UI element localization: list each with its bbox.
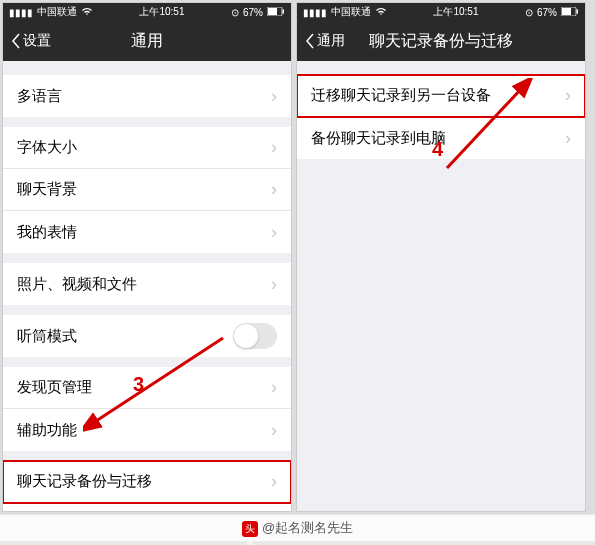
list-item[interactable]: 辅助功能› [3,409,291,451]
settings-list[interactable]: 迁移聊天记录到另一台设备›备份聊天记录到电脑› [297,61,585,511]
screenshot-right: ▮▮▮▮ 中国联通 上午10:51 ⊙ 67% 通用 聊天记录备份与迁移 [296,2,586,512]
status-bar: ▮▮▮▮ 中国联通 上午10:51 ⊙ 67% [3,3,291,21]
list-item[interactable]: 迁移聊天记录到另一台设备› [297,75,585,117]
settings-list[interactable]: 多语言›字体大小›聊天背景›我的表情›照片、视频和文件›听筒模式发现页管理›辅助… [3,61,291,511]
signal-icon: ▮▮▮▮ [303,7,327,18]
status-time: 上午10:51 [433,5,478,19]
list-item[interactable]: 听筒模式 [3,315,291,357]
chevron-left-icon [305,33,315,49]
watermark: 头条@起名测名先生 [0,515,595,541]
wifi-icon [81,6,93,18]
list-item[interactable]: 多语言› [3,75,291,117]
row-label: 聊天记录备份与迁移 [17,472,152,491]
status-time: 上午10:51 [139,5,184,19]
toutiao-icon: 头条 [242,521,258,537]
chevron-right-icon: › [271,420,277,441]
nav-bar: 设置 通用 [3,21,291,61]
row-label: 备份聊天记录到电脑 [311,129,446,148]
status-bar: ▮▮▮▮ 中国联通 上午10:51 ⊙ 67% [297,3,585,21]
toggle-switch[interactable] [233,323,277,349]
row-label: 迁移聊天记录到另一台设备 [311,86,491,105]
row-label: 我的表情 [17,223,77,242]
chevron-right-icon: › [271,471,277,492]
svg-rect-2 [282,9,284,13]
chevron-left-icon [11,33,21,49]
list-item[interactable]: 我的表情› [3,211,291,253]
list-item[interactable]: 照片、视频和文件› [3,263,291,305]
battery-icon [267,7,285,18]
list-item[interactable]: 聊天记录备份与迁移› [3,461,291,503]
carrier: 中国联通 [331,5,371,19]
battery-pct: 67% [243,7,263,18]
list-item[interactable]: 存储空间› [3,503,291,511]
annotation-number: 4 [432,138,443,161]
list-item[interactable]: 字体大小› [3,127,291,169]
svg-rect-1 [268,8,277,15]
back-label: 设置 [23,32,51,50]
page-title: 通用 [131,31,163,52]
row-label: 辅助功能 [17,421,77,440]
chevron-right-icon: › [271,274,277,295]
battery-icon [561,7,579,18]
carrier: 中国联通 [37,5,77,19]
row-label: 多语言 [17,87,62,106]
svg-rect-5 [562,8,571,15]
chevron-right-icon: › [565,85,571,106]
row-label: 字体大小 [17,138,77,157]
chevron-right-icon: › [271,86,277,107]
page-title: 聊天记录备份与迁移 [369,31,513,52]
list-item[interactable]: 聊天背景› [3,169,291,211]
screenshot-left: ▮▮▮▮ 中国联通 上午10:51 ⊙ 67% 设置 通用 多语言›字 [2,2,292,512]
chevron-right-icon: › [565,128,571,149]
list-item[interactable]: 发现页管理› [3,367,291,409]
alarm-icon: ⊙ [231,7,239,18]
back-button[interactable]: 设置 [11,32,51,50]
chevron-right-icon: › [271,377,277,398]
back-button[interactable]: 通用 [305,32,345,50]
watermark-text: @起名测名先生 [262,520,353,535]
wifi-icon [375,6,387,18]
back-label: 通用 [317,32,345,50]
chevron-right-icon: › [271,179,277,200]
alarm-icon: ⊙ [525,7,533,18]
row-label: 听筒模式 [17,327,77,346]
chevron-right-icon: › [271,137,277,158]
battery-pct: 67% [537,7,557,18]
chevron-right-icon: › [271,222,277,243]
row-label: 聊天背景 [17,180,77,199]
signal-icon: ▮▮▮▮ [9,7,33,18]
row-label: 发现页管理 [17,378,92,397]
row-label: 照片、视频和文件 [17,275,137,294]
svg-rect-6 [576,9,578,13]
annotation-number: 3 [133,373,144,396]
nav-bar: 通用 聊天记录备份与迁移 [297,21,585,61]
